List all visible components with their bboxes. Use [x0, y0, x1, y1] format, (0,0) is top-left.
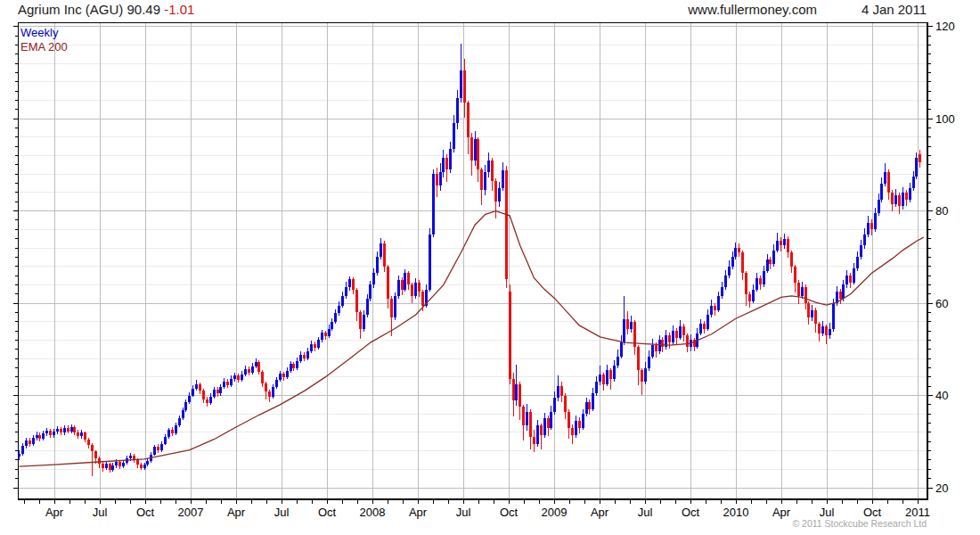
candle-up	[175, 425, 177, 433]
candle-down	[359, 312, 362, 328]
candle-down	[849, 276, 852, 283]
candle-up	[143, 465, 146, 468]
x-axis-label: Oct	[682, 506, 700, 519]
candle-down	[282, 374, 285, 377]
candle-up	[902, 193, 904, 207]
candle-up	[630, 322, 633, 329]
y-axis-label: 80	[935, 204, 948, 218]
candle-down	[560, 386, 563, 395]
candle-down	[790, 252, 793, 267]
candle-down	[418, 283, 421, 292]
candle-up	[146, 461, 149, 465]
candle-down	[748, 294, 751, 301]
candle-down	[140, 465, 143, 468]
candle-up	[845, 276, 848, 284]
candle-up	[717, 296, 720, 310]
x-axis-label: Oct	[500, 506, 519, 519]
candle-up	[553, 398, 556, 412]
candle-up	[299, 355, 302, 361]
candle-up	[32, 438, 35, 444]
candle-down	[171, 430, 174, 433]
candle-up	[306, 351, 309, 358]
candle-up	[376, 257, 379, 273]
candle-up	[613, 366, 616, 380]
candle-up	[363, 315, 365, 329]
candle-up	[153, 447, 156, 454]
candle-up	[42, 433, 45, 439]
candle-up	[275, 380, 278, 387]
candle-down	[324, 333, 327, 336]
candle-up	[832, 303, 835, 328]
candle-down	[383, 243, 386, 267]
y-axis-label: 40	[935, 389, 948, 402]
candle-down	[470, 137, 473, 160]
candle-down	[870, 223, 873, 230]
candle-up	[317, 340, 320, 348]
candle-down	[477, 139, 479, 169]
candle-down	[355, 290, 358, 313]
candle-down	[157, 447, 159, 450]
candle-up	[195, 384, 198, 389]
candle-up	[372, 273, 375, 284]
candle-down	[60, 429, 62, 432]
candle-up	[842, 284, 845, 299]
candle-down	[445, 158, 448, 169]
candle-down	[268, 391, 271, 397]
x-axis-label: Apr	[772, 506, 791, 519]
candle-down	[522, 407, 525, 425]
candle-down	[237, 375, 240, 380]
candle-down	[390, 299, 393, 317]
candle-down	[77, 432, 79, 436]
candle-up	[255, 362, 257, 366]
candle-up	[369, 284, 372, 299]
candle-down	[387, 267, 389, 299]
candle-down	[261, 372, 264, 383]
candle-up	[290, 364, 292, 370]
candle-up	[213, 390, 216, 397]
candle-down	[919, 154, 921, 162]
y-axis-label: 120	[935, 20, 955, 33]
candle-down	[578, 421, 581, 428]
candle-down	[655, 345, 657, 352]
candle-layer	[18, 44, 921, 476]
candle-down	[303, 355, 306, 358]
candle-up	[449, 149, 452, 169]
candle-up	[105, 464, 108, 468]
candle-up	[515, 384, 518, 400]
candle-down	[547, 418, 550, 427]
candle-down	[825, 326, 828, 335]
candle-up	[53, 432, 55, 435]
candle-up	[543, 418, 546, 434]
candle-up	[122, 463, 125, 466]
candle-up	[679, 326, 682, 338]
candle-down	[49, 431, 52, 435]
candle-down	[118, 462, 121, 466]
candle-down	[292, 364, 295, 367]
x-axis-label: Oct	[863, 506, 882, 519]
candle-down	[73, 427, 76, 432]
candle-up	[286, 371, 289, 378]
candle-up	[192, 389, 194, 396]
x-axis-label: Oct	[136, 506, 155, 519]
candle-up	[380, 243, 382, 258]
candle-up	[345, 287, 347, 296]
candle-up	[80, 432, 83, 436]
candle-up	[909, 188, 911, 200]
candle-up	[811, 310, 813, 317]
candle-up	[160, 444, 163, 450]
candle-up	[502, 170, 504, 188]
candle-up	[878, 200, 880, 214]
candle-down	[661, 340, 664, 347]
candle-down	[804, 287, 807, 303]
candle-up	[394, 296, 396, 317]
x-axis-label: 2010	[723, 506, 749, 519]
candle-up	[599, 374, 601, 382]
candle-up	[111, 465, 114, 470]
candle-up	[721, 287, 723, 296]
candle-up	[606, 370, 608, 384]
candle-up	[219, 387, 222, 394]
candle-up	[272, 387, 274, 396]
x-axis-label: Apr	[227, 506, 246, 519]
candle-down	[794, 267, 796, 283]
candle-up	[45, 431, 48, 433]
